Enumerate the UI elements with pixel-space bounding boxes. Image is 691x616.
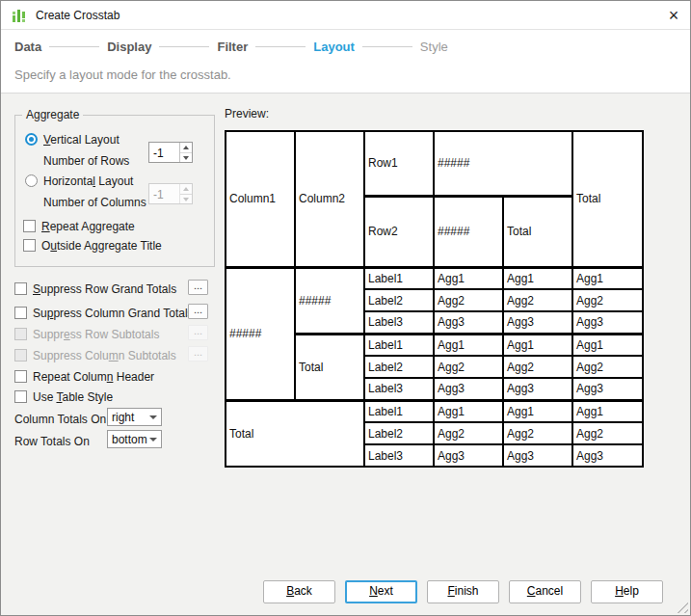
preview-cell-label: Label3 [364, 311, 434, 334]
wizard-steps: Data Display Filter Layout Style [14, 40, 448, 54]
step-connector [255, 46, 306, 47]
preview-cell-hash: ##### [295, 267, 364, 334]
outside-aggregate-title-option: Outside Aggregate Title [23, 238, 162, 253]
preview-cell-agg: Agg1 [572, 267, 643, 289]
step-display[interactable]: Display [107, 40, 151, 54]
step-style[interactable]: Style [420, 40, 448, 54]
suppress-column-subtotals-more-button: ... [188, 346, 208, 362]
spin-down-icon[interactable] [180, 152, 192, 163]
preview-cell-agg: Agg1 [503, 267, 572, 289]
preview-cell-label: Label2 [364, 356, 434, 378]
column-totals-on-select[interactable]: right [107, 408, 162, 426]
suppress-row-grand-totals-more-button[interactable]: ... [188, 280, 208, 295]
preview-cell-agg: Agg3 [503, 444, 572, 467]
suppress-column-grand-totals-more-button[interactable]: ... [188, 304, 208, 319]
suppress-row-grand-totals-checkbox[interactable] [14, 282, 27, 295]
preview-cell-label: Label1 [364, 267, 434, 289]
step-connector [49, 46, 99, 47]
outside-aggregate-title-checkbox[interactable] [23, 239, 36, 252]
preview-cell-label: Label1 [364, 334, 434, 356]
step-filter[interactable]: Filter [217, 40, 248, 54]
preview-cell-agg: Agg3 [434, 378, 503, 400]
preview-cell-hash: ##### [434, 196, 503, 267]
spin-up-icon[interactable] [180, 143, 192, 152]
repeat-column-header-checkbox[interactable] [14, 370, 27, 383]
next-button[interactable]: Next [345, 580, 417, 603]
preview-cell-agg: Agg1 [503, 334, 572, 356]
step-connector [362, 46, 412, 47]
cancel-button[interactable]: Cancel [509, 580, 581, 603]
preview-cell-agg: Agg1 [572, 400, 643, 422]
suppress-column-grand-totals-checkbox[interactable] [14, 307, 27, 319]
preview-cell-grand-total-row: Total [226, 400, 364, 467]
horizontal-layout-radio[interactable] [25, 174, 38, 187]
preview-cell-label: Label3 [364, 378, 434, 400]
number-of-rows-row: Number of Rows [43, 153, 129, 168]
aggregate-group-title: Aggregate [22, 108, 83, 121]
step-data[interactable]: Data [14, 40, 41, 54]
preview-cell-subtotal: Total [295, 334, 364, 400]
spin-down-icon [180, 194, 192, 204]
preview-cell-agg: Agg2 [434, 356, 503, 378]
preview-cell-agg: Agg3 [572, 311, 643, 334]
preview-label: Preview: [225, 107, 269, 121]
preview-cell-grand-total: Total [572, 131, 643, 267]
suppress-row-subtotals-more-button: ... [188, 325, 208, 340]
window-title: Create Crosstab [36, 9, 120, 22]
suppress-row-grand-totals-option: Suppress Row Grand Totals ... [14, 281, 219, 296]
vertical-layout-option: Vertical Layout [25, 132, 120, 147]
row-totals-on-label: Row Totals On [14, 435, 90, 448]
preview-cell-label: Label1 [364, 400, 434, 422]
wizard-header: Data Display Filter Layout Style Specify… [1, 30, 690, 94]
repeat-aggregate-label: Repeat Aggregate [41, 220, 135, 233]
vertical-layout-radio[interactable] [25, 133, 38, 146]
resize-grip[interactable] [677, 602, 688, 613]
back-button[interactable]: Back [263, 580, 335, 603]
vertical-layout-label: Vertical Layout [43, 133, 120, 147]
suppress-column-grand-totals-option: Suppress Column Grand Totals ... [14, 306, 219, 320]
repeat-column-header-option: Repeat Column Header [14, 369, 219, 384]
finish-button[interactable]: Finish [427, 580, 499, 603]
suppress-column-subtotals-option: Suppress Column Subtotals ... [14, 348, 219, 362]
spinner-buttons [179, 184, 192, 203]
row-totals-on-value: bottom [112, 433, 147, 446]
spinner-buttons [179, 143, 192, 162]
preview-cell-agg: Agg2 [572, 422, 643, 444]
crosstab-icon [12, 8, 27, 23]
number-of-columns-row: Number of Columns [43, 195, 146, 209]
number-of-columns-spinner: -1 [148, 183, 193, 204]
crosstab-preview-table: Column1 Column2 Row1 ##### Total Row2 ##… [225, 130, 644, 468]
preview-cell-agg: Agg1 [434, 400, 503, 422]
suppress-row-subtotals-checkbox [14, 328, 27, 340]
preview-cell-agg: Agg2 [503, 422, 572, 444]
number-of-rows-label: Number of Rows [43, 154, 129, 168]
close-icon[interactable]: × [657, 1, 690, 29]
repeat-aggregate-option: Repeat Aggregate [23, 219, 135, 233]
preview-cell-label: Label2 [364, 422, 434, 444]
use-table-style-checkbox[interactable] [14, 390, 27, 403]
step-layout[interactable]: Layout [313, 40, 355, 54]
horizontal-layout-option: Horizontal Layout [25, 174, 133, 188]
help-button[interactable]: Help [591, 580, 663, 603]
preview-cell-agg: Agg2 [434, 289, 503, 311]
number-of-columns-label: Number of Columns [43, 196, 146, 209]
aggregate-groupbox: Aggregate Vertical Layout Number of Rows… [14, 115, 215, 267]
number-of-rows-input[interactable]: -1 [149, 143, 179, 162]
preview-cell-agg: Agg2 [434, 422, 503, 444]
column-totals-on-row: Column Totals On [14, 412, 106, 426]
use-table-style-option: Use Table Style [14, 389, 219, 404]
repeat-aggregate-checkbox[interactable] [23, 220, 36, 232]
outside-aggregate-title-label: Outside Aggregate Title [41, 239, 162, 253]
step-connector [159, 46, 209, 47]
row-totals-on-row: Row Totals On [14, 434, 90, 448]
preview-cell-agg: Agg1 [503, 400, 572, 422]
wizard-subtitle: Specify a layout mode for the crosstab. [14, 67, 231, 82]
number-of-columns-input: -1 [149, 184, 179, 203]
preview-cell-agg: Agg1 [572, 334, 643, 356]
suppress-column-subtotals-checkbox [14, 349, 27, 362]
chevron-down-icon [147, 409, 161, 425]
preview-cell-label: Label3 [364, 444, 434, 467]
preview-cell-agg: Agg2 [572, 289, 643, 311]
create-crosstab-dialog: Create Crosstab × Data Display Filter La… [0, 0, 691, 616]
row-totals-on-select[interactable]: bottom [107, 430, 162, 448]
